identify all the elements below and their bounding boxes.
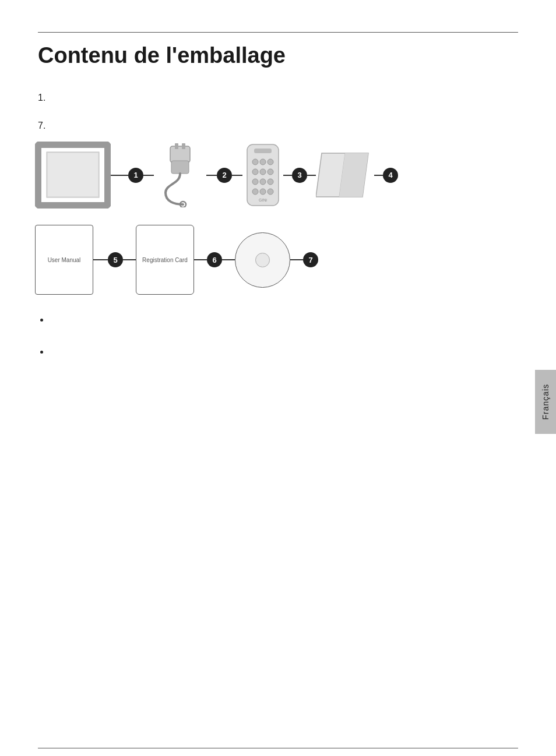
badge-1: 1 bbox=[128, 168, 143, 183]
sidebar-lang-label: Français bbox=[541, 384, 550, 420]
sidebar-lang-tab: Français bbox=[535, 370, 556, 434]
item-1-label: 1. bbox=[38, 93, 556, 103]
page-title: Contenu de l'emballage bbox=[38, 43, 518, 68]
connector-2b bbox=[232, 175, 242, 176]
connector-4a bbox=[374, 175, 383, 176]
svg-point-17 bbox=[260, 179, 266, 185]
bottom-divider bbox=[38, 748, 518, 748]
connector-2a bbox=[206, 175, 217, 176]
svg-point-10 bbox=[252, 159, 258, 165]
user-manual-label: User Manual bbox=[48, 257, 81, 263]
item-7-label: 7. bbox=[38, 121, 556, 131]
item-photo-frame bbox=[35, 142, 111, 209]
svg-rect-5 bbox=[182, 143, 185, 149]
badge-6: 6 bbox=[207, 252, 222, 267]
svg-rect-6 bbox=[171, 161, 189, 174]
badge-3: 3 bbox=[292, 168, 307, 183]
connector-6a bbox=[194, 259, 207, 260]
connector-5a bbox=[93, 259, 108, 260]
connector-1b bbox=[143, 175, 154, 176]
item-stand bbox=[316, 147, 374, 203]
item-user-manual: User Manual bbox=[35, 225, 93, 295]
svg-point-19 bbox=[252, 189, 258, 195]
svg-point-15 bbox=[268, 169, 273, 175]
connector-7a bbox=[290, 259, 303, 260]
item-reg-card: Registration Card bbox=[136, 225, 194, 295]
svg-point-20 bbox=[260, 189, 266, 195]
top-divider bbox=[38, 32, 518, 33]
connector-3b bbox=[307, 175, 316, 176]
svg-point-12 bbox=[268, 159, 273, 165]
connector-6b bbox=[222, 259, 235, 260]
badge-4: 4 bbox=[383, 168, 398, 183]
diagram-row-2: User Manual 5 Registration Card 6 7 bbox=[35, 225, 524, 295]
connector-1 bbox=[111, 175, 128, 176]
connector-5b bbox=[123, 259, 136, 260]
cd-inner-hole bbox=[255, 253, 270, 267]
reg-card-label: Registration Card bbox=[142, 257, 188, 263]
svg-point-18 bbox=[268, 179, 273, 185]
svg-rect-9 bbox=[254, 149, 272, 153]
svg-point-14 bbox=[260, 169, 266, 175]
badge-5: 5 bbox=[108, 252, 123, 267]
svg-point-21 bbox=[268, 189, 273, 195]
svg-point-11 bbox=[260, 159, 266, 165]
item-power-adapter bbox=[154, 143, 206, 207]
svg-point-13 bbox=[252, 169, 258, 175]
item-cd bbox=[235, 232, 290, 288]
item-remote-control: GINi bbox=[242, 142, 283, 209]
bullet-item-1 bbox=[50, 313, 518, 327]
svg-rect-4 bbox=[175, 143, 178, 149]
svg-rect-2 bbox=[48, 153, 98, 196]
bullet-list bbox=[38, 313, 518, 358]
badge-7: 7 bbox=[303, 252, 318, 267]
svg-text:GINi: GINi bbox=[259, 198, 267, 202]
page: Contenu de l'emballage 1. 7. 1 bbox=[0, 32, 556, 756]
diagram-row-1: 1 2 bbox=[35, 142, 524, 209]
svg-rect-3 bbox=[170, 146, 190, 162]
badge-2: 2 bbox=[217, 168, 232, 183]
svg-point-16 bbox=[252, 179, 258, 185]
connector-3a bbox=[283, 175, 292, 176]
bullet-item-2 bbox=[50, 345, 518, 359]
